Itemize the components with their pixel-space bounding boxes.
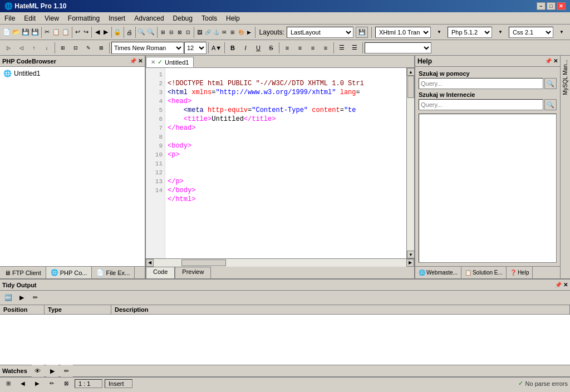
scroll-thumb-v[interactable]: [407, 76, 414, 98]
format-btn2[interactable]: ◁: [15, 42, 27, 54]
media-button[interactable]: ▶: [245, 26, 253, 38]
help-close[interactable]: ✕: [553, 58, 558, 64]
xhtml-select[interactable]: XHtml 1.0 Transitio: [375, 27, 431, 38]
right-tab-help[interactable]: ❓ Help: [507, 267, 533, 278]
format-btn1[interactable]: ▷: [2, 42, 14, 54]
tag4-button[interactable]: ⊡: [184, 26, 192, 38]
tidy-close[interactable]: ✕: [563, 282, 568, 288]
tidy-spell-button[interactable]: 🔤: [2, 292, 14, 304]
copy-button[interactable]: 📋: [52, 26, 61, 38]
email-button[interactable]: ✉: [220, 26, 228, 38]
find-replace-button[interactable]: 🔍: [146, 26, 155, 38]
format-btn5[interactable]: ⊞: [57, 42, 69, 54]
status-nav5[interactable]: ⊠: [60, 378, 72, 390]
watches-eye-button[interactable]: 👁: [32, 365, 44, 377]
preview-tab[interactable]: Preview: [175, 267, 211, 278]
layout-select[interactable]: LastLayout: [287, 27, 353, 38]
code-content[interactable]: <!DOCTYPE html PUBLIC "-//W3C//DTD XHTML…: [165, 68, 406, 258]
left-panel-pin[interactable]: 📌: [130, 58, 136, 64]
scroll-left-button[interactable]: ◀: [146, 259, 154, 267]
php-arrow[interactable]: ▼: [494, 26, 507, 38]
close-button[interactable]: ✕: [557, 2, 566, 10]
status-nav3[interactable]: ▶: [31, 378, 43, 390]
redo-button[interactable]: ↪: [82, 26, 90, 38]
open-button[interactable]: 📂: [12, 26, 21, 38]
list-ul-button[interactable]: ☰: [336, 42, 348, 54]
status-nav2[interactable]: ◀: [17, 378, 29, 390]
tag1-button[interactable]: ⊞: [159, 26, 167, 38]
undo-button[interactable]: ↩: [73, 26, 81, 38]
list-ol-button[interactable]: ☰: [348, 42, 361, 54]
cut-button[interactable]: ✂: [43, 26, 51, 38]
scroll-up-button[interactable]: ▲: [407, 68, 414, 76]
scroll-thumb-h[interactable]: [181, 259, 226, 266]
align-center-button[interactable]: ≡: [294, 42, 306, 54]
tag2-button[interactable]: ⊟: [168, 26, 175, 38]
menu-view[interactable]: View: [40, 13, 63, 23]
php-select[interactable]: Php 5.1.2: [448, 27, 492, 38]
left-panel-close[interactable]: ✕: [138, 58, 142, 64]
watches-edit-button[interactable]: ✏: [61, 365, 73, 377]
align-justify-button[interactable]: ≡: [320, 42, 332, 54]
maximize-button[interactable]: □: [547, 2, 556, 10]
status-nav1[interactable]: ⊞: [2, 378, 14, 390]
save-button[interactable]: 💾: [21, 26, 30, 38]
scroll-track-v[interactable]: [407, 76, 414, 251]
format-btn4[interactable]: ↓: [41, 42, 53, 54]
right-tab-solution[interactable]: 📋 Solution E...: [461, 267, 507, 278]
anchor-button[interactable]: ⚓: [212, 26, 220, 38]
save-all-button[interactable]: 💾: [31, 26, 40, 38]
browse-fwd-button[interactable]: ▶: [102, 26, 110, 38]
menu-help[interactable]: Help: [222, 13, 244, 23]
tidy-pin[interactable]: 📌: [555, 282, 562, 288]
tree-item-untitled1[interactable]: 🌐 Untitled1: [2, 69, 142, 78]
find-button[interactable]: 🔍: [137, 26, 146, 38]
menu-formatting[interactable]: Formatting: [63, 13, 104, 23]
save-layout-button[interactable]: 💾: [356, 27, 368, 38]
scroll-down-button[interactable]: ▼: [407, 251, 414, 258]
italic-button[interactable]: I: [239, 42, 252, 54]
color-button[interactable]: 🎨: [237, 26, 245, 38]
mysql-tab[interactable]: MySQL Man...: [561, 56, 570, 99]
status-nav4[interactable]: ✏: [46, 378, 58, 390]
format-btn6[interactable]: ⊟: [70, 42, 82, 54]
code-editor[interactable]: 1 2 3 4 5 6 7 8 9 10 11 12 13 14 <!DOCTY…: [146, 68, 414, 258]
align-left-button[interactable]: ≡: [281, 42, 293, 54]
link-button[interactable]: 🔗: [204, 26, 212, 38]
align-right-button[interactable]: ≡: [307, 42, 319, 54]
browse-back-button[interactable]: ◀: [94, 26, 101, 38]
watches-run-button[interactable]: ▶: [46, 365, 58, 377]
paste-button[interactable]: 📋: [61, 26, 70, 38]
size-select[interactable]: 12: [184, 42, 207, 54]
format-btn8[interactable]: ⊠: [95, 42, 107, 54]
search-help-button[interactable]: 🔍: [544, 78, 557, 89]
new-button[interactable]: 📄: [2, 26, 11, 38]
minimize-button[interactable]: −: [537, 2, 546, 10]
strikethrough-button[interactable]: S: [265, 42, 277, 54]
font-color-button[interactable]: A▼: [210, 42, 223, 54]
img-button[interactable]: 🖼: [195, 26, 203, 38]
tag3-button[interactable]: ⊠: [176, 26, 184, 38]
search-internet-input[interactable]: [419, 99, 543, 110]
left-tab-php[interactable]: 🌐 PHP Co...: [46, 267, 92, 278]
bold-button[interactable]: B: [227, 42, 239, 54]
menu-edit[interactable]: Edit: [19, 13, 40, 23]
print-button[interactable]: 🖨: [126, 26, 134, 38]
editor-tab-untitled1[interactable]: ✕ ✓ Untitled1: [146, 57, 194, 67]
vertical-scrollbar[interactable]: ▲ ▼: [406, 68, 414, 258]
scroll-right-button[interactable]: ▶: [406, 259, 414, 267]
left-tab-files[interactable]: 📄 File Ex...: [92, 267, 135, 278]
search-internet-button[interactable]: 🔍: [544, 99, 557, 110]
underline-button[interactable]: U: [252, 42, 264, 54]
menu-advanced[interactable]: Advanced: [130, 13, 168, 23]
menu-tools[interactable]: Tools: [197, 13, 222, 23]
css-arrow[interactable]: ▼: [556, 26, 568, 38]
menu-file[interactable]: File: [0, 13, 19, 23]
font-select[interactable]: Times New Roman: [111, 42, 184, 54]
css-select[interactable]: Css 2.1: [509, 27, 553, 38]
lock-button[interactable]: 🔒: [113, 26, 122, 38]
scroll-track-h[interactable]: [154, 259, 406, 267]
code-tab[interactable]: Code: [146, 267, 175, 278]
format-btn7[interactable]: ✎: [82, 42, 95, 54]
menu-debug[interactable]: Debug: [169, 13, 197, 23]
